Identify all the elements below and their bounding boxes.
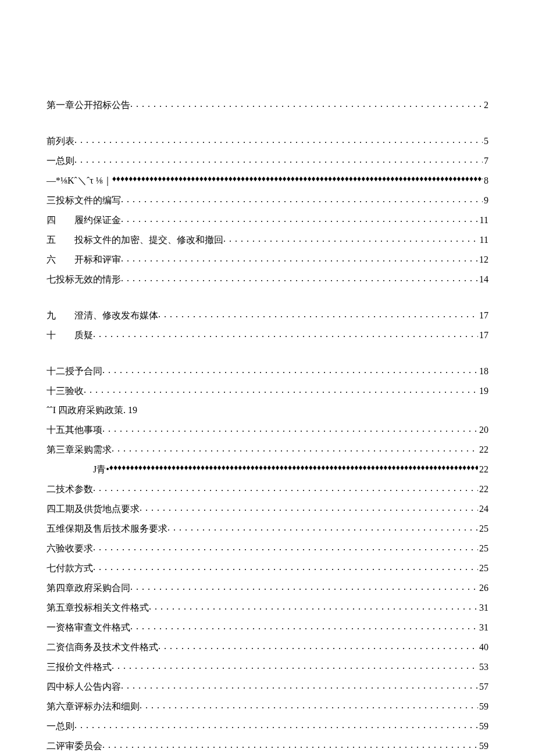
toc-entry: —*⅛Kˆ＼ˆτ ⅛｜8: [47, 174, 488, 187]
toc-gap: [47, 349, 488, 365]
toc-entry: J青•22: [47, 463, 488, 476]
toc-page-number: 59: [478, 721, 488, 732]
toc-page-number: 24: [478, 504, 488, 514]
toc-label: 投标文件的加密、提交、修改和撤回: [74, 234, 223, 246]
toc-entry: 第五章投标相关文件格式31: [47, 601, 488, 614]
toc-gap: [47, 293, 488, 309]
toc-label: 第五章投标相关文件格式: [47, 602, 149, 614]
toc-label: ˆˆI 四政府采购政策. 19: [47, 404, 137, 417]
toc-leader-dots: [121, 253, 478, 263]
toc-label: 一总则: [47, 721, 74, 733]
toc-page-number: 22: [478, 445, 488, 455]
toc-label: 第三章采购需求: [47, 444, 112, 456]
toc-leader-dots: [121, 680, 478, 690]
toc-label: 三报价文件格式: [47, 661, 112, 673]
toc-leader-dots: [140, 503, 478, 512]
toc-label: 开标和评审: [74, 254, 121, 266]
toc-entry: 二资信商务及技术文件格式40: [47, 641, 488, 654]
toc-label: 前列表: [47, 135, 74, 148]
toc-label: 第六章评标办法和细则: [47, 701, 140, 713]
toc-leader-dots: [149, 601, 478, 611]
toc-leader-dots: [158, 641, 478, 650]
toc-page-number: 53: [478, 662, 488, 672]
table-of-contents: 第一章公开招标公告2前列表5一总则7—*⅛Kˆ＼ˆτ ⅛｜8三投标文件的编写9四…: [47, 99, 488, 756]
toc-prefix: 六: [47, 254, 74, 266]
toc-leader-dots: [167, 522, 478, 532]
toc-leader-dots: [93, 562, 478, 571]
toc-label: 履约保证金: [74, 214, 121, 227]
toc-entry: 十质疑 17: [47, 329, 488, 342]
toc-label: 四工期及供货地点要求: [47, 503, 140, 515]
toc-page-number: 2: [483, 100, 488, 110]
toc-leader-dots: [158, 309, 478, 318]
toc-page-number: 22: [478, 484, 488, 495]
toc-entry: 一总则59: [47, 720, 488, 733]
toc-label: 十五其他事项: [47, 424, 102, 436]
toc-page-number: 25: [478, 543, 488, 554]
toc-label: 澄清、修改发布媒体: [74, 310, 158, 322]
toc-page-number: 7: [483, 156, 488, 166]
toc-entry: 第四章政府采购合同26: [47, 582, 488, 594]
toc-label: —*⅛Kˆ＼ˆτ ⅛｜: [47, 175, 112, 187]
toc-entry: 五投标文件的加密、提交、修改和撤回 11: [47, 234, 488, 246]
toc-entry: 二技术参数22: [47, 483, 488, 496]
toc-leader-dots: [74, 135, 483, 144]
toc-leader-dots: [140, 700, 478, 710]
toc-entry: ˆˆI 四政府采购政策. 19: [47, 404, 488, 417]
toc-label: 六验收要求: [47, 543, 93, 555]
toc-label: 二评审委员会: [47, 740, 102, 753]
toc-entry: 三报价文件格式53: [47, 661, 488, 673]
toc-label: 七付款方式: [47, 562, 93, 575]
toc-prefix: 十: [47, 329, 74, 342]
toc-page-number: 9: [483, 195, 488, 206]
toc-page-number: 17: [478, 310, 488, 321]
toc-entry: 七付款方式25: [47, 562, 488, 575]
toc-page-number: 59: [478, 741, 488, 751]
toc-leader-dots: [130, 621, 478, 630]
toc-leader-dots: [102, 365, 478, 374]
toc-entry: 第六章评标办法和细则59: [47, 700, 488, 713]
toc-entry: 七投标无效的情形14: [47, 273, 488, 286]
toc-leader-dots: [102, 424, 478, 433]
toc-leader-diamonds: [109, 463, 478, 472]
toc-prefix: 九: [47, 310, 74, 322]
toc-entry: 前列表5: [47, 135, 488, 148]
toc-leader-dots: [112, 443, 478, 453]
toc-entry: 十三验收19: [47, 385, 488, 397]
toc-entry: 十二授予合同18: [47, 365, 488, 378]
toc-label: 三投标文件的编写: [47, 195, 121, 207]
toc-leader-dots: [74, 155, 483, 164]
toc-label: J青•: [93, 464, 109, 476]
toc-entry: 二评审委员会59: [47, 740, 488, 753]
toc-label: 第四章政府采购合同: [47, 582, 130, 594]
toc-page-number: 12: [478, 255, 488, 265]
toc-page-number: 40: [478, 642, 488, 653]
toc-leader-dots: [93, 542, 478, 551]
toc-leader-dots: [93, 483, 478, 492]
toc-entry: 四履约保证金 11: [47, 214, 488, 227]
toc-label: 十二授予合同: [47, 366, 102, 378]
toc-entry: 三投标文件的编写9: [47, 194, 488, 207]
toc-entry: 六开标和评审 12: [47, 253, 488, 266]
toc-entry: 四工期及供货地点要求24: [47, 503, 488, 515]
toc-label: 二技术参数: [47, 483, 93, 496]
toc-entry: 五维保期及售后技术服务要求25: [47, 522, 488, 535]
toc-entry: 一总则7: [47, 155, 488, 167]
toc-leader-dots: [130, 582, 478, 591]
toc-entry: 十五其他事项20: [47, 424, 488, 436]
toc-prefix: 五: [47, 234, 74, 246]
toc-label: 十三验收: [47, 385, 84, 397]
toc-page-number: 19: [478, 386, 488, 396]
toc-leader-diamonds: [112, 174, 483, 184]
toc-label: 质疑: [74, 329, 93, 342]
toc-entry: 第三章采购需求22: [47, 443, 488, 456]
toc-entry: 第一章公开招标公告2: [47, 99, 488, 112]
toc-gap: [47, 119, 488, 135]
toc-page-number: 31: [478, 622, 488, 633]
toc-leader-dots: [93, 329, 478, 338]
toc-label: 二资信商务及技术文件格式: [47, 642, 158, 654]
toc-page-number: 31: [478, 603, 488, 613]
toc-leader-dots: [74, 720, 478, 729]
toc-label: 五维保期及售后技术服务要求: [47, 523, 167, 535]
toc-leader-dots: [130, 99, 483, 108]
